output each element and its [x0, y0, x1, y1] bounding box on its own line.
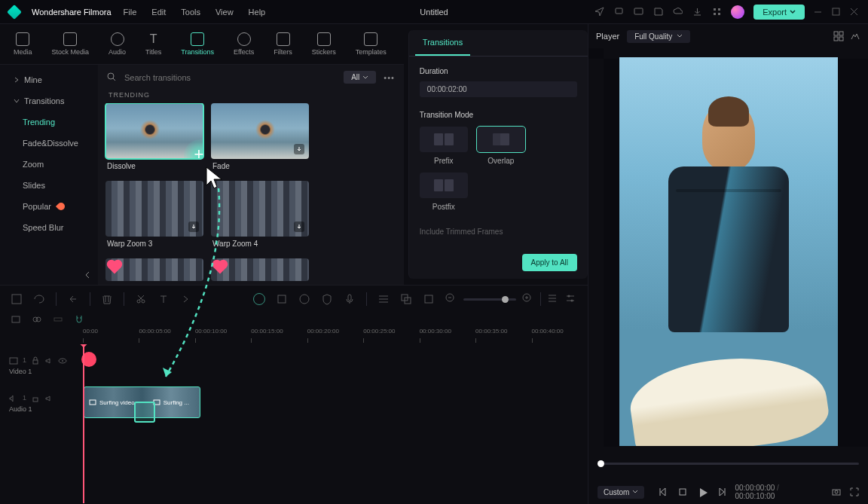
duration-field[interactable]: 00:00:02:00	[420, 81, 577, 97]
tl-shield-icon[interactable]	[321, 293, 333, 305]
next-frame-icon[interactable]	[717, 487, 727, 497]
tl-trackopt-1[interactable]	[11, 314, 23, 326]
sidebar-cat-popular[interactable]: Popular	[0, 196, 98, 217]
svg-rect-35	[839, 37, 843, 41]
tab-effects[interactable]: Effects	[234, 32, 254, 56]
search-input[interactable]	[124, 73, 336, 82]
download-icon[interactable]	[294, 144, 304, 154]
tl-magnet-icon[interactable]	[74, 314, 86, 326]
svg-rect-36	[680, 489, 686, 495]
playback-scrubber[interactable]	[598, 463, 859, 465]
chevron-left-icon[interactable]	[84, 271, 92, 279]
mode-prefix[interactable]	[420, 127, 468, 152]
zoom-out-icon[interactable]	[445, 293, 457, 305]
avatar[interactable]	[731, 5, 744, 19]
stop-icon[interactable]	[677, 487, 688, 497]
menu-edit[interactable]: Edit	[151, 8, 166, 17]
sidebar-mine[interactable]: Mine	[0, 69, 98, 90]
menu-view[interactable]: View	[215, 8, 234, 17]
sidebar-cat-zoom[interactable]: Zoom	[0, 154, 98, 175]
tl-cut-icon[interactable]	[135, 293, 147, 305]
export-button[interactable]: Export	[753, 5, 805, 20]
close-button[interactable]	[850, 8, 859, 17]
sidebar-transitions[interactable]: Transitions	[0, 90, 98, 111]
tab-audio[interactable]: Audio	[108, 32, 126, 56]
trimmed-label: Include Trimmed Frames	[420, 228, 577, 236]
svg-point-23	[36, 317, 41, 322]
sidebar-cat-trending[interactable]: Trending	[0, 111, 98, 133]
tl-marker-icon[interactable]	[423, 293, 435, 305]
tl-speed-icon[interactable]	[298, 293, 310, 305]
tab-templates[interactable]: Templates	[356, 32, 387, 56]
tab-filters[interactable]: Filters	[274, 32, 292, 56]
timeline-ruler[interactable]: 00:00 00:00:05:00 00:00:10:00 00:00:15:0…	[0, 328, 588, 344]
mode-overlap[interactable]	[477, 127, 525, 152]
tl-undo-icon[interactable]	[67, 293, 79, 305]
lock-icon[interactable]	[31, 394, 40, 403]
drag-arrow-icon	[158, 181, 249, 392]
transition-region[interactable]	[134, 402, 155, 423]
transition-card-dissolve[interactable]: +	[105, 103, 203, 159]
transition-card-fade[interactable]	[211, 103, 309, 159]
settings-icon[interactable]	[565, 293, 577, 305]
tab-transitions[interactable]: Transitions	[181, 32, 214, 56]
menu-tools[interactable]: Tools	[181, 8, 200, 17]
sidebar-cat-speedblur[interactable]: Speed Blur	[0, 217, 98, 238]
tab-stickers[interactable]: Stickers	[312, 32, 336, 56]
apply-to-all-button[interactable]: Apply to All	[522, 254, 577, 271]
maximize-button[interactable]	[832, 8, 841, 17]
camera-icon[interactable]	[831, 487, 841, 497]
device-icon[interactable]	[613, 7, 624, 17]
minimize-button[interactable]	[814, 8, 823, 17]
tl-tool-1[interactable]	[11, 293, 23, 305]
menu-file[interactable]: File	[124, 8, 137, 17]
add-transition-button[interactable]: +	[184, 139, 203, 159]
mode-postfix[interactable]	[420, 173, 468, 198]
mute-icon[interactable]	[44, 394, 53, 403]
tl-trackopt-3[interactable]	[53, 314, 65, 326]
monitor-icon[interactable]	[633, 7, 643, 17]
audio-track-icon	[9, 394, 18, 403]
apps-icon[interactable]	[711, 7, 722, 17]
mute-icon[interactable]	[44, 356, 53, 365]
download-icon[interactable]	[294, 221, 304, 232]
svg-rect-13	[348, 295, 351, 301]
grid-icon[interactable]	[833, 31, 844, 41]
tab-stock-media[interactable]: Stock Media	[52, 32, 90, 56]
tl-layers-icon[interactable]	[400, 293, 412, 305]
eye-icon[interactable]	[58, 356, 67, 365]
tl-delete-icon[interactable]	[101, 293, 113, 305]
prev-frame-icon[interactable]	[658, 487, 668, 497]
zoom-slider[interactable]	[463, 298, 516, 301]
menu-help[interactable]: Help	[249, 8, 266, 17]
play-icon[interactable]	[697, 487, 708, 497]
tl-tool-lasso[interactable]	[33, 293, 45, 305]
prop-tab-transitions[interactable]: Transitions	[415, 30, 470, 56]
sidebar-cat-fade[interactable]: Fade&Dissolve	[0, 133, 98, 154]
preview-canvas[interactable]	[619, 57, 838, 446]
tl-align-icon[interactable]	[377, 293, 390, 305]
filter-all[interactable]: All	[344, 71, 376, 84]
preview-zoom-select[interactable]: Custom	[598, 486, 644, 499]
quality-select[interactable]: Full Quality	[627, 30, 690, 43]
tab-media[interactable]: Media	[14, 32, 32, 56]
list-view-icon[interactable]	[547, 293, 559, 305]
tl-color-icon[interactable]	[253, 293, 265, 305]
download-icon[interactable]	[692, 7, 702, 17]
svg-rect-0	[616, 8, 622, 14]
tl-crop-icon[interactable]	[276, 293, 288, 305]
zoom-in-icon[interactable]	[522, 293, 534, 305]
tl-mic-icon[interactable]	[344, 293, 356, 305]
scope-icon[interactable]	[850, 31, 860, 41]
sidebar-cat-slides[interactable]: Slides	[0, 175, 98, 196]
save-icon[interactable]	[653, 7, 663, 17]
cloud-icon[interactable]	[672, 7, 683, 17]
fullscreen-icon[interactable]	[849, 487, 859, 497]
playhead[interactable]	[83, 344, 84, 503]
tab-titles[interactable]: TTitles	[145, 32, 161, 56]
more-icon[interactable]: •••	[384, 73, 395, 82]
tl-trackopt-2[interactable]	[32, 314, 44, 326]
lock-icon[interactable]	[31, 356, 40, 365]
svg-rect-33	[839, 32, 843, 35]
send-icon[interactable]	[594, 7, 604, 17]
